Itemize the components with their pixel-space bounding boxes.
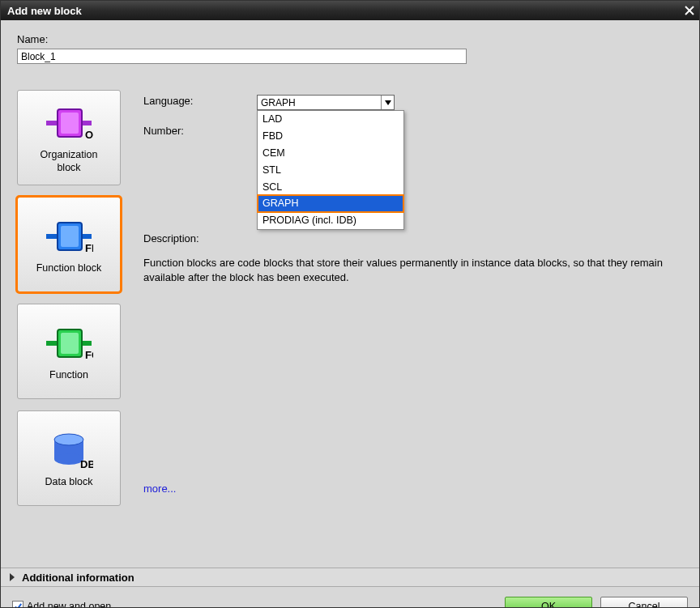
language-value: GRAPH [261, 97, 296, 108]
language-row: Language: GRAPH LAD FBD CEM STL SCL GRAP… [143, 95, 688, 110]
block-type-label: Function block [33, 262, 105, 275]
number-row: Number: [143, 125, 688, 137]
name-input[interactable] [17, 49, 467, 64]
check-icon [14, 602, 23, 609]
more-link[interactable]: more... [143, 483, 176, 495]
block-type-label: Data block [41, 476, 96, 489]
add-open-wrap: Add new and open [12, 601, 111, 608]
language-label: Language: [143, 95, 257, 110]
main-row: OB Organization block FB Function block [12, 90, 688, 506]
cancel-button[interactable]: Cancel [600, 597, 688, 608]
language-option-cem[interactable]: CEM [258, 145, 403, 162]
add-open-checkbox[interactable] [12, 601, 23, 608]
svg-point-16 [54, 453, 83, 465]
description-label: Description: [143, 232, 688, 244]
window-title: Add new block [7, 5, 82, 17]
content-area: Name: OB Organization block [1, 20, 699, 568]
svg-marker-19 [385, 100, 391, 105]
footer: Add new and open OK Cancel [1, 587, 699, 608]
svg-rect-4 [61, 113, 79, 134]
svg-rect-12 [61, 333, 79, 354]
svg-text:FB: FB [85, 242, 93, 254]
ob-icon: OB [45, 104, 93, 142]
title-bar: Add new block [1, 1, 699, 20]
additional-info-bar[interactable]: Additional information [1, 568, 699, 587]
right-panel: Language: GRAPH LAD FBD CEM STL SCL GRAP… [143, 90, 688, 506]
add-open-label: Add new and open [27, 601, 111, 608]
svg-text:DB: DB [80, 458, 93, 470]
language-option-prodiag[interactable]: PRODIAG (incl. IDB) [258, 212, 403, 229]
block-type-function[interactable]: FC Function [17, 304, 121, 399]
number-label: Number: [143, 125, 257, 137]
block-type-label: Function [46, 369, 92, 382]
chevron-down-icon [381, 96, 394, 109]
block-type-organization[interactable]: OB Organization block [17, 90, 121, 185]
language-option-stl[interactable]: STL [258, 162, 403, 179]
block-type-list: OB Organization block FB Function block [17, 90, 121, 506]
svg-text:FC: FC [85, 349, 93, 361]
fb-icon: FB [45, 218, 93, 255]
language-combo[interactable]: GRAPH [257, 95, 395, 110]
block-type-data-block[interactable]: DB Data block [17, 410, 121, 506]
description-text: Function blocks are code blocks that sto… [143, 256, 678, 285]
close-button[interactable] [680, 1, 699, 20]
language-option-scl[interactable]: SCL [258, 179, 403, 196]
db-icon: DB [45, 430, 93, 470]
svg-text:OB: OB [85, 129, 93, 141]
language-option-lad[interactable]: LAD [258, 111, 403, 128]
language-option-graph[interactable]: GRAPH [258, 195, 403, 212]
svg-marker-20 [10, 573, 15, 581]
svg-point-17 [54, 434, 83, 445]
svg-rect-8 [61, 226, 79, 247]
block-type-label: Organization block [37, 149, 101, 174]
block-type-function-block[interactable]: FB Function block [17, 197, 121, 292]
name-label: Name: [17, 33, 688, 45]
fc-icon: FC [45, 325, 93, 362]
language-option-fbd[interactable]: FBD [258, 128, 403, 145]
language-dropdown: LAD FBD CEM STL SCL GRAPH PRODIAG (incl.… [257, 110, 404, 230]
button-row: OK Cancel [505, 597, 688, 608]
additional-info-label: Additional information [22, 572, 134, 584]
chevron-right-icon[interactable] [2, 572, 22, 582]
ok-button[interactable]: OK [505, 597, 592, 608]
close-icon [684, 5, 695, 16]
